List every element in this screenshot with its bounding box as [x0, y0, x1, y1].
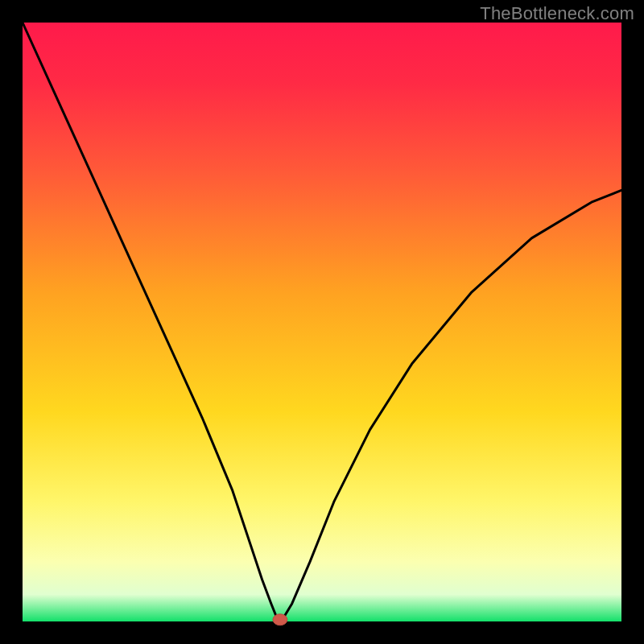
optimal-point-marker	[273, 614, 287, 625]
watermark-text: TheBottleneck.com	[480, 3, 634, 24]
bottleneck-chart	[0, 0, 644, 644]
chart-frame: TheBottleneck.com	[0, 0, 644, 644]
